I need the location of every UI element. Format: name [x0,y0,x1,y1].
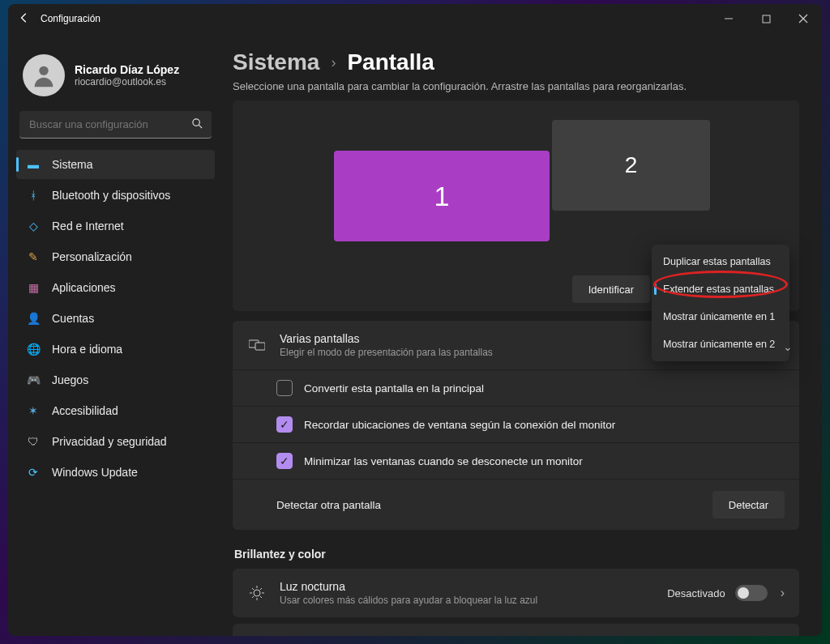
svg-rect-6 [255,343,265,350]
nav-item-bluetooth[interactable]: ᚼ Bluetooth y dispositivos [16,181,215,210]
nav-item-time[interactable]: 🌐 Hora e idioma [16,335,215,364]
shield-icon: 🛡 [26,434,41,449]
apps-icon: ▦ [26,280,41,295]
breadcrumb-root[interactable]: Sistema [233,49,319,75]
checkbox-remember[interactable]: ✓ [276,416,293,433]
detect-button[interactable]: Detectar [712,491,785,518]
breadcrumb: Sistema › Pantalla [233,49,799,75]
search-icon [191,117,203,132]
avatar [23,54,65,96]
night-light-state: Desactivado [667,587,725,599]
monitor-2[interactable]: 2 [552,120,710,211]
nav-label: Hora e idioma [52,343,122,356]
svg-point-3 [193,119,199,126]
window-title: Configuración [41,13,101,24]
opt-make-main-label: Convertir esta pantalla en la principal [304,382,484,395]
back-button[interactable] [8,12,41,26]
identify-button[interactable]: Identificar [572,275,650,303]
page-subtitle: Seleccione una pantalla para cambiar la … [233,80,799,92]
main-content: Sistema › Pantalla Seleccione una pantal… [223,33,822,636]
detect-label: Detectar otra pantalla [276,499,381,511]
menu-duplicate[interactable]: Duplicar estas pantallas [652,248,789,275]
svg-rect-1 [763,15,770,23]
profile-email: riocardio@outlook.es [75,76,179,87]
sidebar: Ricardo Díaz López riocardio@outlook.es … [8,33,223,636]
brightness-section-title: Brillantez y color [234,548,799,561]
svg-point-7 [254,590,260,596]
opt-remember-row: ✓ Recordar ubicaciones de ventana según … [233,406,799,442]
nav-label: Aplicaciones [52,281,116,294]
nav-label: Red e Internet [52,220,124,232]
nav-item-accounts[interactable]: 👤 Cuentas [16,304,215,333]
nav-item-personalization[interactable]: ✎ Personalización [16,242,215,271]
display-arrange-area: 1 2 Identificar Duplicar estas pantallas… [233,100,799,311]
svg-line-4 [199,125,202,128]
night-light-card[interactable]: Luz nocturna Usar colores más cálidos pa… [233,569,799,617]
search-input[interactable] [19,111,212,139]
nav-item-accessibility[interactable]: ✶ Accesibilidad [16,396,215,425]
checkbox-minimize[interactable]: ✓ [276,453,293,469]
nav-item-privacy[interactable]: 🛡 Privacidad y seguridad [16,427,215,456]
profile-block[interactable]: Ricardo Díaz López riocardio@outlook.es [16,43,215,111]
svg-line-13 [260,596,262,598]
brush-icon: ✎ [26,249,41,264]
menu-only-2[interactable]: Mostrar únicamente en 2 ⌄ [652,331,789,358]
nav-item-sistema[interactable]: ▬ Sistema [16,150,215,179]
nav-label: Privacidad y seguridad [52,435,167,448]
person-icon: 👤 [26,311,41,326]
update-icon: ⟳ [26,465,41,480]
detect-row: Detectar otra pantalla Detectar [233,479,799,530]
monitor-1[interactable]: 1 [334,151,550,241]
system-icon: ▬ [26,157,41,172]
display-mode-menu: Duplicar estas pantallas Extender estas … [652,245,789,361]
svg-line-14 [260,588,262,590]
night-light-icon [247,586,267,600]
menu-only-1[interactable]: Mostrar únicamente en 1 [652,303,789,331]
nav-label: Cuentas [52,312,94,325]
opt-remember-label: Recordar ubicaciones de ventana según la… [304,419,615,431]
nav-label: Accesibilidad [52,404,118,417]
hdr-card[interactable]: HDR HDR Más información sobre HDR › [233,624,799,636]
night-light-title: Luz nocturna [280,580,654,593]
breadcrumb-leaf: Pantalla [347,49,434,75]
nav-item-update[interactable]: ⟳ Windows Update [16,458,215,487]
bluetooth-icon: ᚼ [26,188,41,203]
accessibility-icon: ✶ [26,403,41,418]
nav-item-network[interactable]: ◇ Red e Internet [16,211,215,241]
search-box [19,111,212,139]
svg-line-12 [252,588,254,590]
svg-line-15 [252,596,254,598]
maximize-button[interactable] [747,4,785,33]
night-light-toggle[interactable] [735,585,768,601]
nav-label: Juegos [52,373,88,386]
displays-icon [247,339,267,352]
checkbox-make-main[interactable] [276,380,293,396]
nav-label: Personalización [52,250,132,263]
globe-icon: 🌐 [26,342,41,356]
chevron-right-icon: › [781,586,785,600]
nav-label: Windows Update [52,466,138,479]
opt-minimize-label: Minimizar las ventanas cuando se descone… [304,455,583,467]
nav-item-gaming[interactable]: 🎮 Juegos [16,365,215,395]
night-light-desc: Usar colores más cálidos para ayudar a b… [280,595,654,606]
chevron-down-icon: ⌄ [783,340,793,353]
nav-item-apps[interactable]: ▦ Aplicaciones [16,273,215,302]
nav-label: Sistema [52,158,93,171]
gamepad-icon: 🎮 [26,373,41,387]
titlebar: Configuración [8,4,822,33]
opt-make-main-row: Convertir esta pantalla en la principal [233,369,799,406]
hdr-title: HDR [280,635,768,636]
opt-minimize-row: ✓ Minimizar las ventanas cuando se desco… [233,442,799,479]
nav-list: ▬ Sistema ᚼ Bluetooth y dispositivos ◇ R… [16,150,215,487]
minimize-button[interactable] [710,4,747,33]
svg-point-2 [39,66,48,75]
chevron-right-icon: › [331,54,336,71]
close-button[interactable] [785,4,822,33]
settings-window: Configuración Ricardo Díaz López riocard… [8,4,822,636]
menu-extend[interactable]: Extender estas pantallas [652,275,789,303]
nav-label: Bluetooth y dispositivos [52,189,170,202]
wifi-icon: ◇ [26,219,41,233]
profile-name: Ricardo Díaz López [75,63,179,76]
